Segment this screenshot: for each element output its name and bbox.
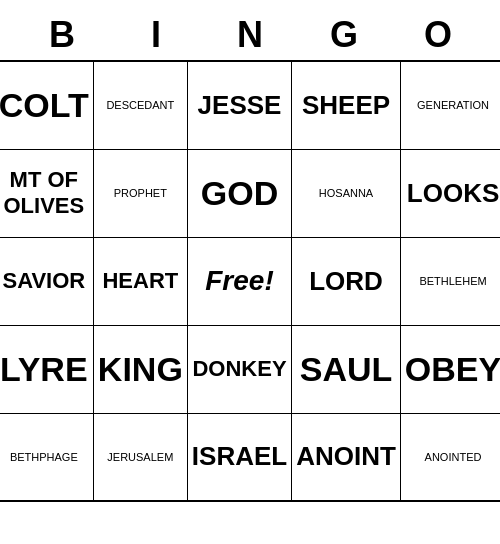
header-letter-i: I <box>109 10 203 60</box>
grid-cell-1-4: LOOKS <box>400 149 500 237</box>
header-letter-o: O <box>391 10 485 60</box>
grid-cell-4-1: JERUSALEM <box>93 413 187 501</box>
grid-cell-2-3: LORD <box>292 237 401 325</box>
grid-cell-0-2: JESSE <box>187 61 291 149</box>
grid-row-4: BETHPHAGEJERUSALEMISRAELANOINTANOINTED <box>0 413 500 501</box>
grid-cell-0-0: COLT <box>0 61 93 149</box>
grid-cell-2-0: SAVIOR <box>0 237 93 325</box>
grid-cell-3-4: OBEY <box>400 325 500 413</box>
grid-cell-3-0: LYRE <box>0 325 93 413</box>
grid-cell-2-1: HEART <box>93 237 187 325</box>
grid-cell-2-2: Free! <box>187 237 291 325</box>
grid-row-2: SAVIORHEARTFree!LORDBETHLEHEM <box>0 237 500 325</box>
grid-cell-0-3: SHEEP <box>292 61 401 149</box>
grid-row-1: MT OF OLIVESPROPHETGODHOSANNALOOKS <box>0 149 500 237</box>
grid-cell-2-4: BETHLEHEM <box>400 237 500 325</box>
grid-row-3: LYREKINGDONKEYSAULOBEY <box>0 325 500 413</box>
bingo-header: BINGO <box>15 10 485 60</box>
grid-cell-4-2: ISRAEL <box>187 413 291 501</box>
grid-cell-0-4: GENERATION <box>400 61 500 149</box>
grid-cell-3-2: DONKEY <box>187 325 291 413</box>
header-letter-n: N <box>203 10 297 60</box>
bingo-grid: COLTDESCEDANTJESSESHEEPGENERATIONMT OF O… <box>0 60 500 502</box>
grid-cell-3-1: KING <box>93 325 187 413</box>
grid-body: COLTDESCEDANTJESSESHEEPGENERATIONMT OF O… <box>0 61 500 501</box>
grid-cell-4-0: BETHPHAGE <box>0 413 93 501</box>
grid-cell-1-0: MT OF OLIVES <box>0 149 93 237</box>
grid-cell-1-2: GOD <box>187 149 291 237</box>
grid-cell-3-3: SAUL <box>292 325 401 413</box>
header-letter-g: G <box>297 10 391 60</box>
grid-cell-4-3: ANOINT <box>292 413 401 501</box>
grid-row-0: COLTDESCEDANTJESSESHEEPGENERATION <box>0 61 500 149</box>
grid-cell-1-1: PROPHET <box>93 149 187 237</box>
grid-cell-1-3: HOSANNA <box>292 149 401 237</box>
grid-cell-4-4: ANOINTED <box>400 413 500 501</box>
grid-cell-0-1: DESCEDANT <box>93 61 187 149</box>
header-letter-b: B <box>15 10 109 60</box>
